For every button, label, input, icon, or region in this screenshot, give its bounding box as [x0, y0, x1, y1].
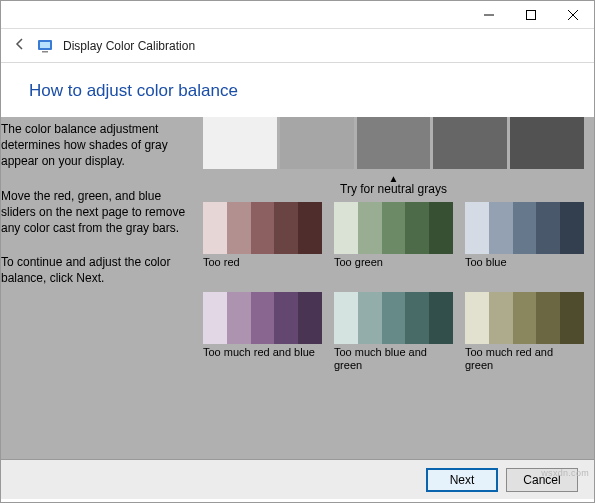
bar-swatch	[382, 292, 406, 344]
sample-caption: Too blue	[465, 256, 584, 282]
wizard-footer: Next Cancel	[1, 459, 594, 499]
bar-swatch	[513, 202, 537, 254]
sample-bars	[203, 292, 322, 344]
sample-grid: Too redToo greenToo blueToo much red and…	[203, 202, 584, 372]
sample-caption: Too much red and green	[465, 346, 584, 372]
bar-swatch	[203, 202, 227, 254]
sample-bars	[334, 292, 453, 344]
sample-caption: Too much blue and green	[334, 346, 453, 372]
svg-rect-5	[40, 42, 50, 48]
bar-swatch	[334, 202, 358, 254]
bar-swatch	[405, 202, 429, 254]
instruction-p2: Move the red, green, and blue sliders on…	[1, 188, 195, 237]
bar-swatch	[513, 292, 537, 344]
bar-swatch	[429, 292, 453, 344]
sample-cell: Too much blue and green	[334, 292, 453, 372]
sample-bars	[465, 202, 584, 254]
page-heading: How to adjust color balance	[1, 63, 594, 117]
bar-swatch	[298, 202, 322, 254]
bar-swatch	[382, 202, 406, 254]
maximize-button[interactable]	[510, 1, 552, 29]
bar-swatch	[227, 202, 251, 254]
window-title: Display Color Calibration	[63, 39, 195, 53]
bar-swatch	[298, 292, 322, 344]
try-neutral-label: Try for neutral grays	[203, 173, 584, 196]
bar-swatch	[251, 292, 275, 344]
bar-swatch	[405, 292, 429, 344]
bar-swatch	[227, 292, 251, 344]
sample-caption: Too red	[203, 256, 322, 282]
gray-swatch	[280, 117, 354, 169]
sample-caption: Too much red and blue	[203, 346, 322, 372]
sample-cell: Too much red and blue	[203, 292, 322, 372]
content-area: How to adjust color balance The color ba…	[1, 63, 594, 459]
header-bar: Display Color Calibration	[1, 29, 594, 63]
bar-swatch	[358, 202, 382, 254]
bar-swatch	[536, 292, 560, 344]
instruction-p3: To continue and adjust the color balance…	[1, 254, 195, 286]
svg-rect-1	[527, 10, 536, 19]
sample-bars	[203, 202, 322, 254]
titlebar	[1, 1, 594, 29]
bar-swatch	[560, 202, 584, 254]
gray-swatch	[433, 117, 507, 169]
svg-rect-6	[42, 51, 48, 53]
sample-caption: Too green	[334, 256, 453, 282]
minimize-button[interactable]	[468, 1, 510, 29]
gray-swatch	[510, 117, 584, 169]
app-icon	[37, 38, 53, 54]
sample-cell: Too red	[203, 202, 322, 282]
sample-bars	[465, 292, 584, 344]
next-button[interactable]: Next	[426, 468, 498, 492]
sample-panel: Try for neutral grays Too redToo greenTo…	[203, 117, 594, 372]
bar-swatch	[465, 202, 489, 254]
sample-cell: Too much red and green	[465, 292, 584, 372]
instruction-text: The color balance adjustment determines …	[1, 117, 203, 372]
close-button[interactable]	[552, 1, 594, 29]
sample-bars	[334, 202, 453, 254]
bar-swatch	[429, 202, 453, 254]
cancel-button[interactable]: Cancel	[506, 468, 578, 492]
bar-swatch	[274, 292, 298, 344]
sample-cell: Too blue	[465, 202, 584, 282]
sample-cell: Too green	[334, 202, 453, 282]
bar-swatch	[274, 202, 298, 254]
bar-swatch	[334, 292, 358, 344]
gray-swatch	[357, 117, 431, 169]
bar-swatch	[489, 202, 513, 254]
instruction-p1: The color balance adjustment determines …	[1, 121, 195, 170]
neutral-gray-row	[203, 117, 584, 169]
back-button[interactable]	[13, 37, 27, 54]
gray-swatch	[203, 117, 277, 169]
bar-swatch	[536, 202, 560, 254]
bar-swatch	[560, 292, 584, 344]
bar-swatch	[203, 292, 227, 344]
bar-swatch	[358, 292, 382, 344]
bar-swatch	[489, 292, 513, 344]
bar-swatch	[465, 292, 489, 344]
bar-swatch	[251, 202, 275, 254]
